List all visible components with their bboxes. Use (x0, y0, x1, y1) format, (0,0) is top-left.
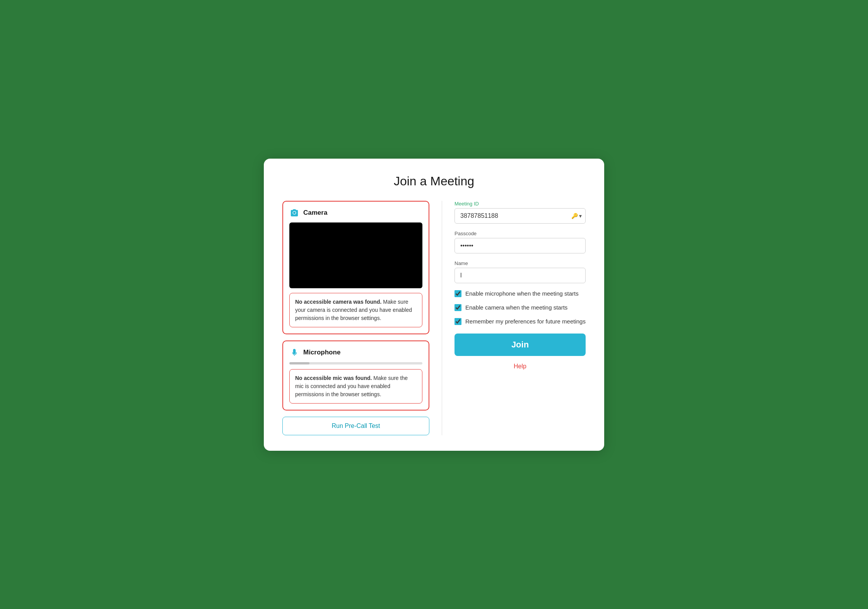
right-panel: Meeting ID 🔑 ▾ Passcode Name (455, 201, 586, 435)
remember-prefs-row: Remember my preferences for future meeti… (455, 318, 586, 325)
camera-icon (289, 208, 299, 218)
microphone-icon (289, 347, 299, 358)
meeting-id-input[interactable] (455, 208, 586, 224)
join-button[interactable]: Join (455, 334, 586, 356)
camera-label: Camera (303, 209, 327, 217)
chevron-down-icon: ▾ (579, 213, 582, 219)
passcode-label: Passcode (455, 231, 586, 236)
key-button[interactable]: 🔑 ▾ (571, 213, 582, 219)
enable-microphone-checkbox[interactable] (455, 290, 461, 297)
page-title: Join a Meeting (282, 174, 586, 188)
meeting-id-wrapper: 🔑 ▾ (455, 208, 586, 224)
mic-level-fill (289, 362, 309, 364)
microphone-error-bold: No accessible mic was found. (295, 375, 372, 381)
camera-header: Camera (289, 208, 422, 218)
name-label: Name (455, 260, 586, 266)
microphone-section: Microphone No accessible mic was found. … (282, 340, 429, 411)
microphone-error-box: No accessible mic was found. Make sure t… (289, 369, 422, 404)
microphone-header: Microphone (289, 347, 422, 358)
mic-level-bar (289, 362, 422, 364)
enable-camera-checkbox[interactable] (455, 304, 461, 311)
camera-preview (289, 222, 422, 288)
meeting-id-field: Meeting ID 🔑 ▾ (455, 201, 586, 224)
microphone-label: Microphone (303, 349, 340, 356)
content-row: Camera No accessible camera was found. M… (282, 201, 586, 435)
meeting-id-label: Meeting ID (455, 201, 586, 207)
help-link[interactable]: Help (455, 363, 586, 370)
divider (442, 201, 442, 435)
camera-section: Camera No accessible camera was found. M… (282, 201, 429, 334)
left-panel: Camera No accessible camera was found. M… (282, 201, 429, 435)
name-input[interactable] (455, 268, 586, 283)
enable-microphone-label[interactable]: Enable microphone when the meeting start… (465, 290, 579, 297)
modal-container: Join a Meeting Camera No accessible came… (264, 159, 604, 451)
passcode-input[interactable] (455, 238, 586, 253)
camera-error-box: No accessible camera was found. Make sur… (289, 293, 422, 327)
camera-error-bold: No accessible camera was found. (295, 299, 381, 305)
enable-camera-label[interactable]: Enable camera when the meeting starts (465, 304, 567, 311)
enable-camera-row: Enable camera when the meeting starts (455, 304, 586, 311)
precall-test-button[interactable]: Run Pre-Call Test (282, 417, 429, 435)
remember-prefs-checkbox[interactable] (455, 318, 461, 325)
name-field: Name (455, 260, 586, 283)
enable-microphone-row: Enable microphone when the meeting start… (455, 290, 586, 297)
remember-prefs-label[interactable]: Remember my preferences for future meeti… (465, 318, 586, 325)
passcode-field: Passcode (455, 231, 586, 253)
key-icon: 🔑 (571, 213, 578, 219)
